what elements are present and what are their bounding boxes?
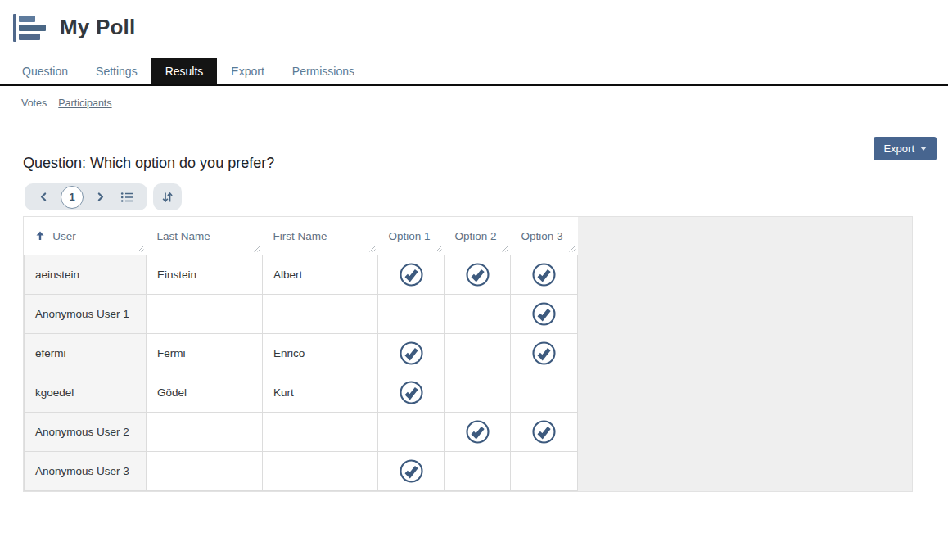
vote-check-icon	[531, 341, 557, 366]
column-resize-handle[interactable]	[368, 245, 376, 252]
vote-check-icon	[531, 419, 557, 445]
cell-option-1-voted	[378, 255, 445, 294]
column-resize-handle[interactable]	[568, 245, 576, 252]
table-body: aeinsteinEinsteinAlbert Anonymous User 1…	[25, 255, 578, 490]
cell-last-name	[147, 451, 263, 490]
app-header: My Poll	[0, 0, 948, 43]
column-header-option-1[interactable]: Option 1	[378, 217, 445, 255]
table-row: aeinsteinEinsteinAlbert	[25, 255, 578, 294]
export-button-label: Export	[883, 142, 914, 155]
cell-first-name	[263, 294, 378, 333]
column-header-label: User	[52, 230, 76, 242]
cell-option-1-voted	[378, 373, 445, 412]
cell-option-1-empty	[378, 294, 445, 333]
table-row: Anonymous User 3	[25, 451, 578, 490]
subnav-item-votes[interactable]: Votes	[21, 97, 47, 109]
column-header-label: Option 2	[455, 230, 497, 242]
cell-first-name	[263, 412, 378, 451]
column-resize-handle[interactable]	[501, 245, 508, 252]
cell-option-2-empty	[445, 294, 511, 333]
vote-check-icon	[531, 262, 557, 287]
tab-results[interactable]: Results	[151, 58, 218, 84]
column-header-last-name[interactable]: Last Name	[147, 217, 263, 255]
tab-question[interactable]: Question	[8, 58, 82, 84]
column-header-user[interactable]: User	[25, 217, 147, 255]
sort-asc-arrow-icon	[35, 230, 45, 241]
table-row: Anonymous User 2	[25, 412, 578, 451]
cell-user: Anonymous User 3	[25, 451, 147, 490]
cell-option-2-empty	[445, 451, 511, 490]
results-table: UserLast NameFirst NameOption 1Option 2O…	[24, 217, 578, 491]
column-header-label: Last Name	[157, 230, 210, 242]
prev-page-button[interactable]	[35, 190, 52, 204]
column-header-label: First Name	[273, 230, 327, 242]
table-row: efermiFermiEnrico	[25, 333, 578, 373]
vote-check-icon	[465, 262, 490, 287]
vote-check-icon	[399, 341, 424, 366]
chevron-left-icon	[38, 192, 49, 202]
app-title: My Poll	[60, 15, 135, 40]
caret-down-icon	[920, 147, 927, 151]
cell-last-name: Gödel	[147, 373, 263, 412]
cell-first-name: Enrico	[263, 333, 378, 373]
cell-option-3-voted	[511, 333, 578, 373]
column-header-first-name[interactable]: First Name	[263, 217, 378, 255]
cell-last-name	[147, 412, 263, 451]
cell-user: aeinstein	[25, 255, 147, 294]
vote-check-icon	[531, 301, 557, 327]
tab-permissions[interactable]: Permissions	[278, 58, 368, 84]
cell-option-2-empty	[445, 373, 511, 412]
current-page-indicator[interactable]: 1	[61, 186, 84, 209]
question-heading: Question: Which option do you prefer?	[23, 155, 948, 172]
cell-first-name: Kurt	[263, 373, 378, 412]
vote-check-icon	[399, 262, 424, 287]
cell-option-3-empty	[511, 451, 578, 490]
tab-export[interactable]: Export	[217, 58, 278, 84]
tab-settings[interactable]: Settings	[82, 58, 151, 84]
column-resize-handle[interactable]	[253, 245, 260, 252]
table-row: Anonymous User 1	[25, 294, 578, 333]
column-header-label: Option 1	[389, 230, 431, 242]
results-subnav: Votes Participants	[0, 86, 948, 109]
cell-last-name: Fermi	[147, 333, 263, 373]
export-button[interactable]: Export	[874, 137, 937, 160]
cell-last-name	[147, 294, 263, 333]
vote-check-icon	[399, 380, 424, 405]
vote-check-icon	[399, 458, 424, 484]
next-page-button[interactable]	[92, 190, 109, 204]
table-row: kgoedelGödelKurt	[25, 373, 578, 412]
column-resize-handle[interactable]	[435, 245, 442, 252]
bar-chart-icon	[13, 14, 46, 42]
chevron-right-icon	[95, 192, 106, 202]
cell-option-2-voted	[445, 255, 511, 294]
list-view-button[interactable]	[117, 190, 137, 205]
cell-option-1-empty	[378, 412, 445, 451]
sort-order-button[interactable]	[153, 183, 182, 210]
sort-icon	[162, 192, 173, 203]
column-header-option-2[interactable]: Option 2	[445, 217, 511, 255]
cell-option-2-voted	[445, 412, 511, 451]
cell-option-3-voted	[511, 412, 578, 451]
cell-option-3-voted	[511, 294, 578, 333]
main-tabs: QuestionSettingsResultsExportPermissions	[0, 58, 948, 86]
column-resize-handle[interactable]	[137, 245, 144, 252]
results-table-container: UserLast NameFirst NameOption 1Option 2O…	[23, 216, 913, 492]
pager-group: 1	[25, 183, 147, 210]
cell-option-2-empty	[445, 333, 511, 373]
poll-page: My Poll QuestionSettingsResultsExportPer…	[0, 0, 948, 560]
cell-last-name: Einstein	[147, 255, 263, 294]
subnav-item-participants[interactable]: Participants	[58, 97, 111, 109]
column-header-label: Option 3	[521, 230, 563, 242]
column-header-option-3[interactable]: Option 3	[511, 217, 578, 255]
cell-option-1-voted	[378, 333, 445, 373]
cell-first-name	[263, 451, 378, 490]
vote-check-icon	[465, 419, 490, 445]
list-icon	[120, 192, 133, 203]
cell-user: Anonymous User 2	[25, 412, 147, 451]
cell-user: Anonymous User 1	[25, 294, 147, 333]
cell-first-name: Albert	[263, 255, 378, 294]
pager-toolbar: 1	[25, 183, 948, 210]
cell-user: kgoedel	[25, 373, 147, 412]
cell-user: efermi	[25, 333, 147, 373]
table-header-row: UserLast NameFirst NameOption 1Option 2O…	[25, 217, 578, 255]
